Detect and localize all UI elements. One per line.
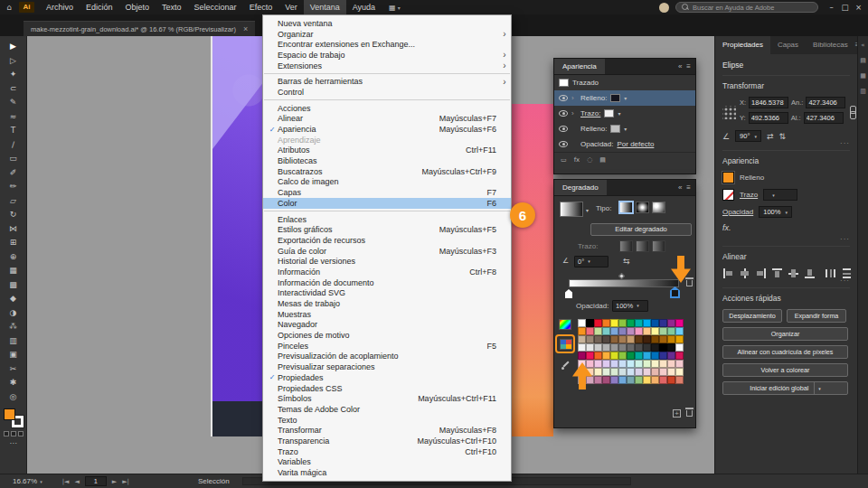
document-tab[interactable]: make-mezzotint-grain_download.ai* @ 16.6… <box>24 21 255 36</box>
appearance-row-relleno[interactable]: ›Relleno:▾ <box>554 90 695 106</box>
swatch[interactable] <box>610 327 618 335</box>
delete-stop-icon[interactable] <box>686 280 693 286</box>
color-swatch[interactable] <box>610 125 620 133</box>
al-bottom-icon[interactable] <box>804 267 816 279</box>
gradient-slider[interactable] <box>569 279 679 287</box>
swatch[interactable] <box>643 319 651 327</box>
swatch[interactable] <box>578 343 586 352</box>
rotation-select[interactable]: 90° <box>735 130 761 142</box>
gradient-mode-icon[interactable] <box>11 431 16 436</box>
menu-item-navegador[interactable]: Navegador <box>263 320 511 331</box>
swatch[interactable] <box>659 327 667 335</box>
help-search[interactable] <box>675 2 818 13</box>
panel-menu-icon[interactable]: ≡ <box>686 183 691 192</box>
swatch[interactable] <box>627 343 635 352</box>
swatch[interactable] <box>594 343 602 352</box>
more-options-icon[interactable]: ··· <box>840 139 850 147</box>
al-right-icon[interactable] <box>755 267 767 279</box>
collapsed-panel-icon-1[interactable]: ▤ <box>860 57 866 64</box>
swatch[interactable] <box>651 368 659 376</box>
swatch[interactable] <box>602 327 610 335</box>
zoom-tool[interactable]: ◎ <box>2 390 25 405</box>
none-mode-icon[interactable] <box>18 431 24 436</box>
gradient-angle-select[interactable]: 0° <box>574 256 609 267</box>
width-field[interactable] <box>806 97 845 108</box>
swatch[interactable] <box>602 360 610 368</box>
freeform-gradient-icon[interactable] <box>652 202 665 213</box>
duplicate-item-icon[interactable]: ▤ <box>599 156 606 164</box>
direct-selection-tool[interactable]: ▷ <box>2 54 25 69</box>
swatch[interactable] <box>667 327 675 335</box>
menu-item-trazo[interactable]: TrazoCtrl+F10 <box>263 446 511 457</box>
swatch[interactable] <box>627 376 635 384</box>
color-swatch[interactable] <box>604 109 614 117</box>
swatch[interactable] <box>594 352 602 360</box>
swatch[interactable] <box>643 335 651 343</box>
swatch[interactable] <box>594 335 602 343</box>
swatch[interactable] <box>675 335 684 343</box>
swatch[interactable] <box>659 343 667 352</box>
swatch[interactable] <box>618 376 627 384</box>
swatch[interactable] <box>618 335 627 343</box>
menu-item-muestras[interactable]: Muestras <box>263 309 511 320</box>
menu-item-extensiones[interactable]: Extensiones› <box>263 61 511 71</box>
menu-item-alinear[interactable]: AlinearMayúsculas+F7 <box>263 114 511 125</box>
dist-h-icon[interactable] <box>825 267 836 279</box>
menu-ventana[interactable]: Ventana <box>304 0 346 14</box>
visibility-eye-icon[interactable] <box>559 95 568 101</box>
tab-propiedades[interactable]: Propiedades <box>715 36 770 54</box>
swatch[interactable] <box>675 327 684 335</box>
menu-item-aprendizaje[interactable]: Aprendizaje <box>263 135 511 145</box>
type-tool[interactable]: T <box>2 124 25 138</box>
menu-item-calco-de-imagen[interactable]: Calco de imagen <box>263 177 511 188</box>
close-button[interactable]: × <box>852 3 865 12</box>
menu-item-apariencia[interactable]: ✓AparienciaMayúsculas+F6 <box>263 124 511 135</box>
appearance-row-value[interactable]: Por defecto <box>617 140 654 148</box>
swatch[interactable] <box>675 343 684 352</box>
fill-color-swatch[interactable] <box>4 408 15 420</box>
swatch[interactable] <box>635 327 643 335</box>
swatch[interactable] <box>643 376 651 384</box>
swatch[interactable] <box>610 343 618 352</box>
swatch[interactable] <box>610 360 618 368</box>
swatch[interactable] <box>594 360 602 368</box>
swatch[interactable] <box>659 360 667 368</box>
swatch[interactable] <box>602 335 610 343</box>
menu-item-transformar[interactable]: TransformarMayúsculas+F8 <box>263 425 511 436</box>
swatch[interactable] <box>635 376 643 384</box>
gradient-stop-end-selected[interactable] <box>670 286 680 298</box>
swatch[interactable] <box>675 319 684 327</box>
swatch[interactable] <box>643 368 651 376</box>
swatch[interactable] <box>618 319 627 327</box>
menu-texto[interactable]: Texto <box>156 0 188 14</box>
menu-item-simbolos[interactable]: SímbolosMayúsculas+Ctrl+F11 <box>263 393 511 404</box>
flip-vertical-icon[interactable]: ⇅ <box>778 132 786 141</box>
opacity-select[interactable]: 100% <box>759 206 792 218</box>
swatch[interactable] <box>618 327 627 335</box>
swatch[interactable] <box>659 352 667 360</box>
menu-item-temas-de-adobe-color[interactable]: Temas de Adobe Color <box>263 404 511 415</box>
swatch[interactable] <box>635 352 643 360</box>
add-effect-icon[interactable]: fx <box>574 156 580 164</box>
swatch[interactable] <box>578 352 586 360</box>
menu-archivo[interactable]: Archivo <box>40 0 80 14</box>
swatch[interactable] <box>586 319 594 327</box>
swatch[interactable] <box>618 343 627 352</box>
al-left-icon[interactable] <box>722 267 734 279</box>
swatch[interactable] <box>586 335 594 343</box>
menu-item-barras-de-herramientas[interactable]: Barras de herramientas› <box>263 76 511 87</box>
visibility-eye-icon[interactable] <box>559 110 568 117</box>
menu-ayuda[interactable]: Ayuda <box>346 0 382 14</box>
swatch[interactable] <box>643 352 651 360</box>
swatch[interactable] <box>643 343 651 352</box>
chevron-down-icon[interactable]: ▾ <box>586 207 589 213</box>
reference-point-locator[interactable] <box>722 106 736 119</box>
menu-item-propiedades-css[interactable]: Propiedades CSS <box>263 383 511 394</box>
swatch[interactable] <box>610 368 618 376</box>
stop-opacity-select[interactable]: 100% <box>612 300 648 312</box>
effects-fx-icon[interactable]: fx. <box>722 223 731 232</box>
swatch[interactable] <box>659 376 667 384</box>
swatch[interactable] <box>627 327 635 335</box>
delete-swatch-icon[interactable] <box>686 410 693 417</box>
swatch[interactable] <box>643 327 651 335</box>
